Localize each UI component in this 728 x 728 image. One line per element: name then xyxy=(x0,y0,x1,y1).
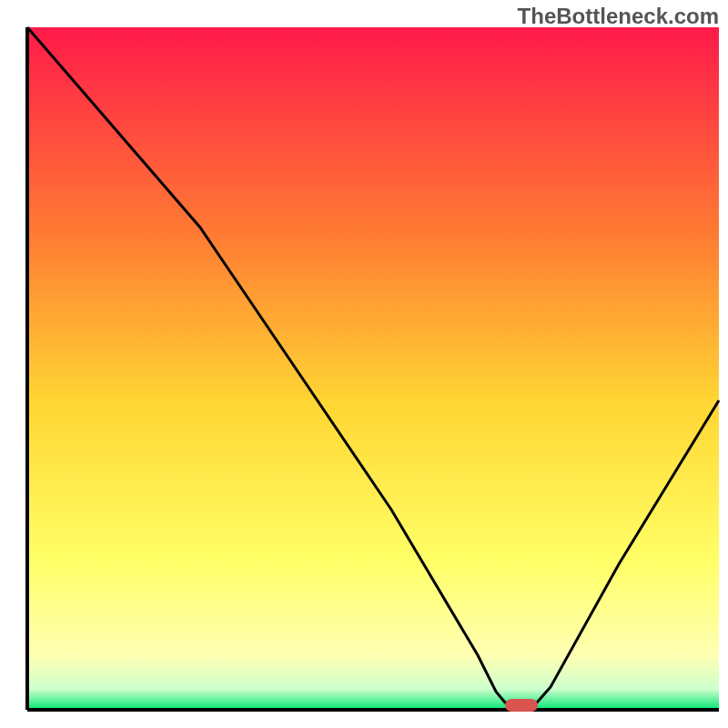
marker-point xyxy=(505,699,538,712)
gradient-background xyxy=(27,27,719,710)
chart-svg xyxy=(0,0,728,728)
chart-container: TheBottleneck.com xyxy=(0,0,728,728)
